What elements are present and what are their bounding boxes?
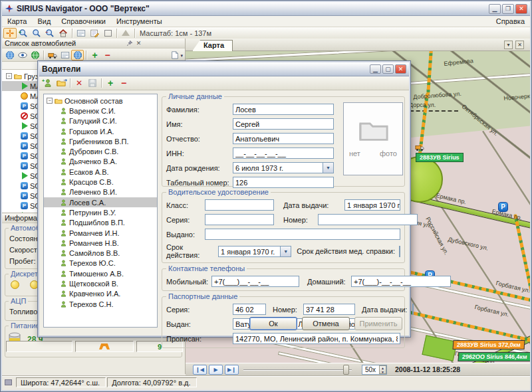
driver-row[interactable]: Горшков И.А. [44,126,157,136]
home-phone-field[interactable] [351,276,451,287]
truck-icon[interactable] [46,50,59,60]
zoom-out-icon[interactable]: − [43,28,57,39]
pan-icon[interactable] [3,28,17,39]
driver-row[interactable]: Есаков А.В. [44,167,157,177]
folder-move-icon[interactable]: ➜ [55,78,68,88]
layers-list-icon[interactable] [74,28,88,39]
registered-label: Прописан: [166,335,233,343]
license-series-field[interactable] [205,214,274,225]
gauge-box-fuel [75,341,134,352]
maximize-icon[interactable]: ▢ [382,64,394,74]
globe-green-icon[interactable] [29,50,41,60]
driver-row[interactable]: Самойлов В.В. [44,248,157,258]
delete-icon[interactable]: ✕ [72,78,86,88]
class-field[interactable] [205,199,274,211]
collapse-icon[interactable]: − [6,73,12,79]
speed-stepper[interactable]: ▲▼ [379,365,386,374]
edit-note-icon[interactable] [88,28,101,39]
driver-row[interactable]: Романчев И.Н. [44,228,157,238]
save-icon[interactable] [86,78,99,88]
minimize-icon[interactable]: ▁ [370,64,381,74]
vehicle-badge-orange[interactable]: 2883УВ Sirius 372,0км [453,340,525,349]
passport-series-field[interactable] [233,304,266,315]
pin-icon[interactable] [125,39,134,47]
patronymic-field[interactable] [233,133,334,144]
ok-button[interactable]: Ок [249,317,297,330]
zoom-in-icon[interactable]: + [17,28,30,39]
firstname-field[interactable] [233,118,334,130]
plus-icon[interactable]: + [88,50,101,60]
passport-number-field[interactable] [303,304,355,315]
validity-picker[interactable]: 1 января 1970 г.▼ [218,246,291,257]
license-number-field[interactable] [318,214,418,225]
driver-icon [60,199,67,207]
chevron-down-icon[interactable]: ▼ [280,246,291,256]
driver-row[interactable]: Кравченко И.А. [44,289,157,299]
play-icon[interactable]: ▶ [209,365,223,375]
driver-row[interactable]: Красцов С.В. [44,177,157,187]
driver-row[interactable]: Дьяченко В.А. [44,157,157,167]
minus-icon[interactable]: − [101,50,114,60]
menu-map[interactable]: Карта [2,17,32,26]
driver-row[interactable]: Петрунин В.У. [44,207,157,217]
globe-blue-icon[interactable] [3,50,16,60]
tab-map[interactable]: Карта [192,40,233,51]
menu-directories[interactable]: Справочники [56,17,111,26]
select-rect-icon[interactable] [101,28,114,39]
driver-row[interactable]: Левченко В.И. [44,187,157,197]
globe-select-icon[interactable] [71,50,84,60]
plus-icon[interactable]: + [104,78,117,88]
mobile-field[interactable] [211,276,299,287]
driver-row[interactable]: Лосев С.А. [44,197,157,207]
license-issued-by-label: Выдано: [166,231,205,239]
driver-row[interactable]: Терехов Ю.С. [44,258,157,268]
vehicle-map-badge[interactable]: 2883УВ Sirius [416,153,464,162]
cancel-button[interactable]: Отмена [302,317,350,330]
med-validity-picker[interactable]: 1 января 1970 г.▼ [399,246,400,257]
driver-row[interactable]: Дубровин С.В. [44,146,157,156]
registered-field[interactable] [233,333,400,344]
home-icon[interactable] [57,28,70,39]
menu-view[interactable]: Вид [32,17,56,26]
driver-row[interactable]: Щетковской В. [44,278,157,288]
skip-start-icon[interactable]: ❙◀ [193,365,207,375]
eye-icon[interactable] [16,50,29,60]
license-issued-by-field[interactable] [205,229,400,240]
passport-issue-picker[interactable]: 7 марта 2002 г.▼ [412,304,414,315]
inn-field[interactable] [233,147,334,159]
timeline-slider-handle[interactable] [343,365,349,375]
birthdate-picker[interactable]: 6 июля 1973 г.▼ [233,162,334,173]
skip-end-icon[interactable]: ▶❙ [225,365,239,375]
driver-row[interactable]: Галуцкий С.И. [44,116,157,126]
timeline-slider[interactable] [243,369,352,371]
close-icon[interactable]: ✕ [134,39,143,47]
menu-tools[interactable]: Инструменты [111,17,168,26]
close-icon[interactable]: ✕ [515,4,527,14]
vehicle-badge-green[interactable]: 2962ОО Sirius 846,4км [458,352,530,361]
restore-icon[interactable]: ❐ [502,4,514,14]
close-icon[interactable]: ✕ [395,64,406,74]
drivers-root-row[interactable]: − Основной состав [44,96,157,106]
chevron-down-icon[interactable]: ▾ [504,41,513,49]
driver-row[interactable]: Тимошенко А.В. [44,268,157,278]
vehicle-marker-icon[interactable] [414,143,425,152]
menu-help[interactable]: Справка [491,17,530,26]
minus-icon[interactable]: − [117,78,130,88]
columns-icon[interactable]: ▾ [168,50,181,60]
close-icon[interactable]: ✕ [515,41,524,49]
license-issue-picker[interactable]: 1 января 1970 г.▼ [344,199,400,211]
driver-row[interactable]: Грибенников В.П. [44,136,157,146]
card-icon[interactable] [59,50,71,60]
minimize-icon[interactable]: ▁ [489,4,501,14]
ruler-icon[interactable] [119,28,132,39]
driver-row[interactable]: Романчев Н.В. [44,238,157,248]
chevron-down-icon[interactable]: ▼ [323,163,333,173]
driver-row[interactable]: Варенюк С.И. [44,106,157,116]
surname-field[interactable] [233,104,334,115]
zoom-icon[interactable] [30,28,43,39]
driver-row[interactable]: Терехов С.Н. [44,299,157,309]
driver-row[interactable]: Подшиблов В.П. [44,218,157,228]
add-driver-icon[interactable]: + [41,78,55,88]
personnel-field[interactable] [233,177,334,188]
collapse-icon[interactable]: − [47,98,53,104]
